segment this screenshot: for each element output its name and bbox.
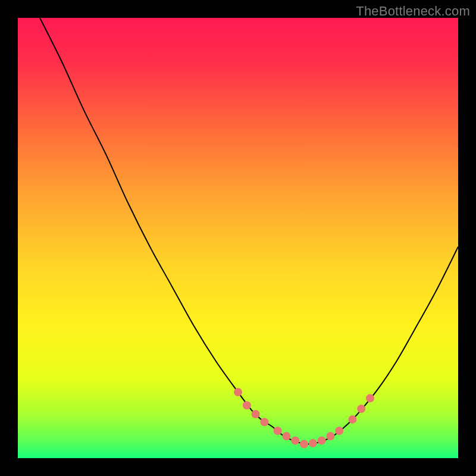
marker-point (348, 415, 356, 424)
marker-point (260, 418, 268, 426)
watermark-text: TheBottleneck.com (356, 4, 470, 19)
marker-point (252, 410, 260, 418)
marker-point (326, 432, 334, 440)
marker-point (274, 427, 282, 435)
marker-point (335, 427, 343, 435)
marker-point (309, 439, 317, 447)
marker-point (318, 436, 326, 444)
marker-point (300, 440, 308, 448)
bottleneck-chart (18, 18, 458, 458)
marker-point (366, 394, 374, 402)
marker-point (291, 436, 299, 444)
plot-frame (18, 18, 458, 458)
chart-container: TheBottleneck.com (0, 0, 476, 476)
marker-point (357, 405, 365, 413)
marker-point (282, 432, 290, 440)
marker-point (243, 401, 251, 409)
marker-point (234, 388, 242, 396)
